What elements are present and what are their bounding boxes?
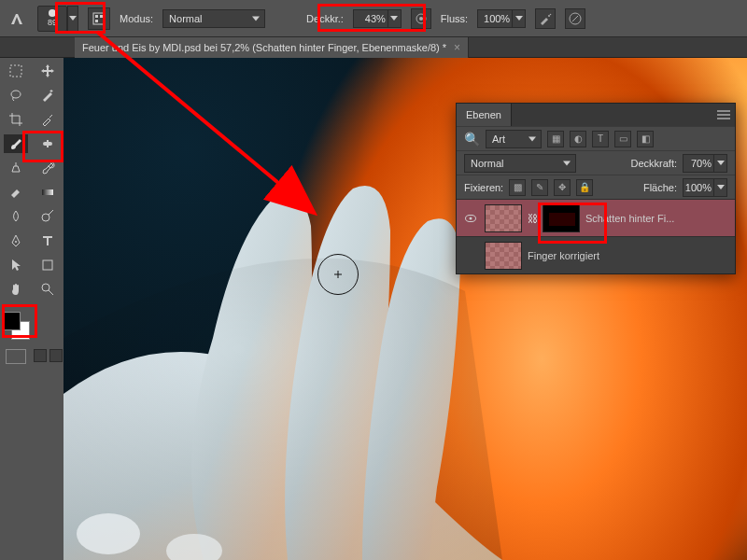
panel-menu-icon[interactable] — [712, 104, 735, 126]
brush-panel-toggle-icon[interactable] — [88, 7, 110, 30]
path-select-tool-icon[interactable] — [4, 256, 28, 274]
layer-fill-field[interactable] — [683, 178, 727, 197]
search-icon: 🔍 — [464, 132, 480, 147]
layer-opacity-input[interactable] — [684, 158, 713, 169]
lasso-tool-icon[interactable] — [4, 86, 28, 105]
marquee-tool-icon[interactable] — [4, 62, 28, 80]
lock-trans-icon[interactable]: ▩ — [509, 179, 526, 196]
lock-pos-icon[interactable]: ✥ — [554, 179, 571, 196]
toolbar-col-a — [0, 58, 32, 560]
pressure-opacity-icon[interactable] — [411, 8, 431, 29]
layer-opacity-field[interactable] — [683, 154, 727, 173]
document-tab-title: Feuer und Eis by MDI.psd bei 57,2% (Scha… — [82, 42, 446, 53]
close-icon[interactable]: × — [454, 42, 460, 53]
brush-dot-icon — [49, 9, 56, 17]
opacity-label: Deckkr.: — [306, 13, 344, 24]
flow-label: Fluss: — [441, 13, 468, 24]
visibility-toggle[interactable] — [462, 210, 479, 227]
layer-filter-kind[interactable]: Art — [486, 130, 542, 148]
filter-adjust-icon[interactable]: ◐ — [570, 131, 586, 147]
gradient-tool-icon[interactable] — [35, 183, 60, 202]
brush-tool-icon[interactable] — [4, 134, 28, 153]
layer-blend-mode[interactable]: Normal — [464, 154, 576, 173]
pen-tool-icon[interactable] — [4, 231, 28, 250]
layers-panel-tabs: Ebenen — [457, 104, 735, 126]
opacity-input[interactable] — [354, 13, 388, 24]
eye-icon — [465, 215, 476, 222]
filter-pixel-icon[interactable]: ▦ — [547, 131, 564, 147]
svg-rect-13 — [42, 189, 53, 195]
brush-preset-picker[interactable]: 89 — [37, 6, 67, 32]
layer-item[interactable]: Finger korrigiert — [457, 236, 735, 273]
shape-tool-icon[interactable] — [35, 256, 60, 274]
svg-rect-2 — [100, 15, 103, 18]
eyedropper-tool-icon[interactable] — [35, 110, 60, 129]
brush-preset-caret[interactable] — [67, 6, 78, 32]
move-tool-icon[interactable] — [35, 62, 60, 80]
svg-point-11 — [15, 241, 17, 243]
lock-all-icon[interactable]: 🔒 — [576, 179, 593, 196]
foreground-swatch[interactable] — [2, 312, 21, 330]
svg-point-10 — [11, 91, 21, 98]
options-bar: 89 Modus: Normal Deckkr.: Fluss: — [0, 0, 747, 37]
brush-cursor-icon — [317, 254, 359, 295]
layer-lock-row: Fixieren: ▩ ✎ ✥ 🔒 Fläche: — [457, 175, 735, 199]
svg-rect-1 — [95, 15, 98, 18]
svg-point-14 — [42, 214, 49, 221]
layers-tab[interactable]: Ebenen — [457, 104, 512, 126]
lock-label: Fixieren: — [464, 182, 503, 193]
mask-link-icon[interactable]: ⛓ — [528, 210, 537, 227]
blend-mode-select[interactable]: Normal — [162, 9, 265, 28]
filter-smart-icon[interactable]: ◧ — [637, 131, 654, 147]
layer-opacity-label: Deckkraft: — [630, 158, 677, 169]
layer-item[interactable]: ⛓ Schatten hinter Fi... — [457, 199, 735, 236]
magic-wand-tool-icon[interactable] — [35, 86, 60, 105]
layer-thumb[interactable] — [485, 242, 522, 270]
visibility-toggle[interactable] — [462, 247, 479, 264]
opacity-field[interactable] — [353, 9, 402, 28]
layer-name[interactable]: Schatten hinter Fi... — [585, 213, 729, 224]
document-tab[interactable]: Feuer und Eis by MDI.psd bei 57,2% (Scha… — [75, 37, 469, 58]
document-tab-bar: Feuer und Eis by MDI.psd bei 57,2% (Scha… — [0, 37, 747, 58]
dodge-tool-icon[interactable] — [35, 207, 60, 226]
filter-type-icon[interactable]: T — [592, 131, 609, 147]
svg-rect-15 — [43, 260, 52, 270]
tool-preset-picker[interactable] — [6, 7, 28, 30]
healing-brush-tool-icon[interactable] — [35, 134, 60, 153]
svg-rect-9 — [10, 65, 21, 77]
type-tool-icon[interactable] — [35, 231, 60, 250]
blur-tool-icon[interactable] — [4, 207, 28, 226]
flow-field[interactable] — [477, 9, 526, 28]
svg-point-17 — [77, 513, 140, 554]
screen-mode-alt-icon[interactable] — [49, 349, 63, 362]
svg-point-16 — [42, 284, 49, 291]
layer-thumb[interactable] — [485, 204, 522, 232]
layers-panel: Ebenen 🔍 Art ▦ ◐ T ▭ ◧ Normal Deckkraft:… — [456, 103, 736, 274]
screen-mode-icon[interactable] — [34, 349, 47, 362]
eraser-tool-icon[interactable] — [4, 183, 28, 202]
crop-tool-icon[interactable] — [4, 110, 28, 129]
svg-rect-3 — [95, 20, 98, 22]
layer-list: ⛓ Schatten hinter Fi... Finger korrigier… — [457, 199, 735, 273]
lock-paint-icon[interactable]: ✎ — [531, 179, 548, 196]
filter-shape-icon[interactable]: ▭ — [614, 131, 631, 147]
history-brush-tool-icon[interactable] — [35, 159, 60, 177]
layer-blend-row: Normal Deckkraft: — [457, 150, 735, 175]
opacity-caret[interactable] — [388, 10, 401, 27]
toolbar-col-b — [32, 58, 63, 560]
svg-point-7 — [550, 13, 552, 15]
svg-rect-0 — [93, 13, 105, 24]
layer-mask-thumb[interactable] — [543, 204, 580, 232]
hand-tool-icon[interactable] — [4, 280, 28, 299]
flow-input[interactable] — [478, 13, 512, 24]
layer-fill-input[interactable] — [684, 182, 713, 193]
airbrush-icon[interactable] — [535, 8, 556, 29]
clone-stamp-tool-icon[interactable] — [4, 159, 28, 177]
layer-filter-row: 🔍 Art ▦ ◐ T ▭ ◧ — [457, 126, 735, 150]
quick-mask-icon[interactable] — [6, 349, 26, 364]
pressure-size-icon[interactable] — [565, 8, 585, 29]
zoom-tool-icon[interactable] — [35, 280, 60, 299]
color-swatches[interactable] — [2, 312, 30, 340]
layer-name[interactable]: Finger korrigiert — [528, 250, 729, 261]
flow-caret[interactable] — [512, 10, 525, 27]
